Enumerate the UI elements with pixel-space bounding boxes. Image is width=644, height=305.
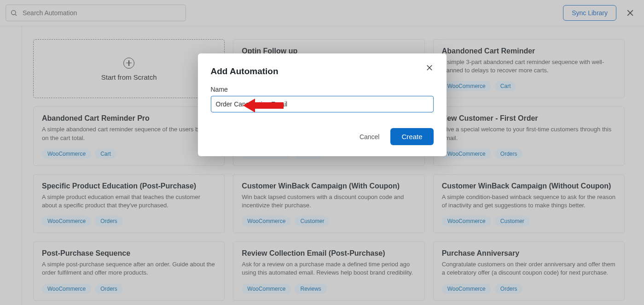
modal-close-button[interactable] — [425, 64, 436, 75]
add-automation-modal: Add Automation Name Cancel Create — [198, 53, 447, 156]
modal-overlay: Add Automation Name Cancel Create — [0, 0, 644, 305]
cancel-button[interactable]: Cancel — [360, 133, 380, 141]
modal-actions: Cancel Create — [211, 128, 434, 145]
create-button[interactable]: Create — [390, 128, 433, 145]
automation-name-input[interactable] — [211, 96, 434, 112]
name-field-label: Name — [211, 86, 434, 93]
modal-title: Add Automation — [211, 66, 434, 76]
